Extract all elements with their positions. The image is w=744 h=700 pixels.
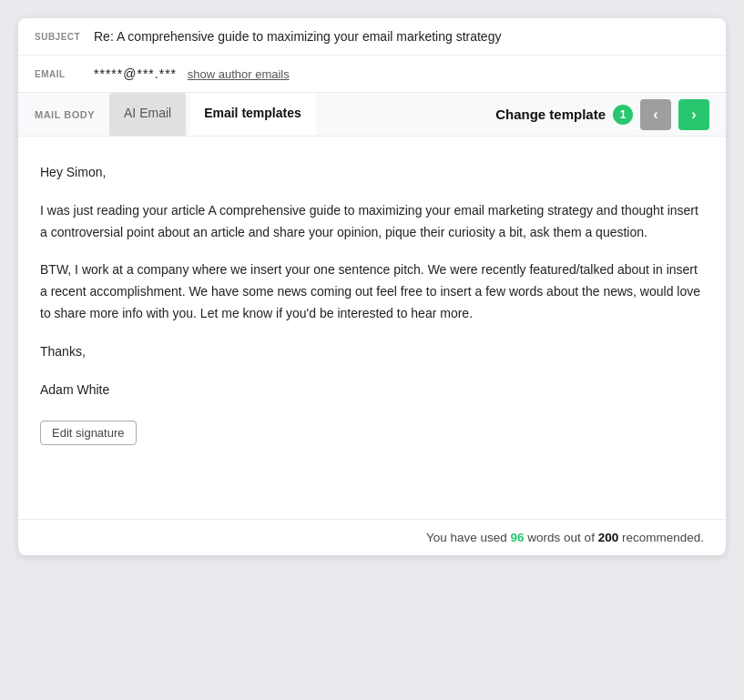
footer-suffix: recommended. [622,531,704,544]
chevron-left-icon: ‹ [653,107,657,123]
chevron-right-icon: › [691,107,696,123]
edit-signature-button[interactable]: Edit signature [40,421,137,445]
email-paragraph2: BTW, I work at a company where we insert… [40,259,704,324]
mail-body-label: MAIL BODY [35,96,104,133]
subject-row: SUBJECT Re: A comprehensive guide to max… [18,18,726,56]
tabs-left: MAIL BODY AI Email Email templates [35,93,495,136]
tabs-right: Change template 1 ‹ › [495,99,709,130]
footer-total-count: 200 [598,531,619,544]
email-label: EMAIL [35,69,85,79]
template-count-badge: 1 [613,105,633,125]
next-template-button[interactable]: › [678,99,709,130]
email-thanks: Thanks, [40,341,704,363]
tabs-bar: MAIL BODY AI Email Email templates Chang… [18,93,726,137]
footer-prefix: You have used [426,531,507,544]
email-row: EMAIL *****@***.*** show author emails [18,56,726,93]
tab-ai-email[interactable]: AI Email [109,93,186,136]
footer-used-count: 96 [511,531,525,544]
tab-email-templates[interactable]: Email templates [189,93,316,136]
change-template-label: Change template [495,107,606,122]
footer-middle: words out of [527,531,595,544]
email-body: Hey Simon, I was just reading your artic… [18,137,726,519]
subject-label: SUBJECT [35,32,85,42]
email-masked: *****@***.*** show author emails [94,66,290,81]
prev-template-button[interactable]: ‹ [640,99,671,130]
subject-value: Re: A comprehensive guide to maximizing … [94,29,501,44]
email-greeting: Hey Simon, [40,162,704,184]
email-compose-card: SUBJECT Re: A comprehensive guide to max… [18,18,726,555]
email-paragraph1: I was just reading your article A compre… [40,200,704,244]
show-author-emails-link[interactable]: show author emails [188,67,290,81]
email-author: Adam White [40,380,704,401]
footer-bar: You have used 96 words out of 200 recomm… [18,519,726,555]
